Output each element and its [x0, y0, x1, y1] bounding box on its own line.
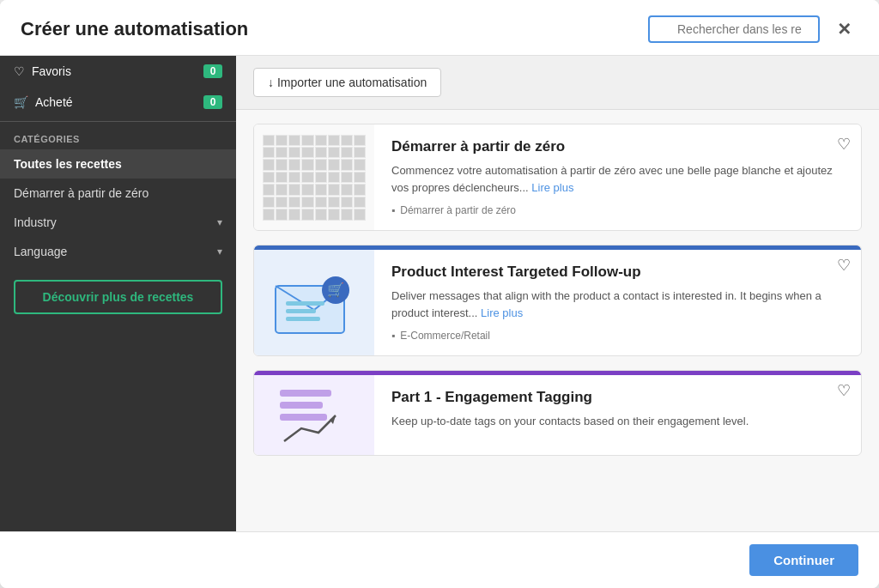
discover-more-button[interactable]: Découvrir plus de recettes: [14, 280, 222, 314]
favorite-button[interactable]: ♡: [837, 256, 851, 275]
heart-icon: ♡: [14, 64, 25, 78]
industry-label: Industry: [14, 215, 57, 229]
card-tag-label: Démarrer à partir de zéro: [400, 204, 516, 216]
main-content: ↓ Importer une automatisation // Grid ce…: [236, 56, 879, 531]
card-thumbnail-engagement: [254, 375, 374, 455]
svg-rect-5: [286, 301, 324, 306]
modal-title: Créer une automatisation: [21, 18, 248, 40]
card-thumbnail-scratch: // Grid cells rendered inline below: [254, 124, 374, 230]
search-wrapper: [648, 15, 820, 43]
product-thumbnail-svg: 🛒: [267, 260, 361, 346]
read-more-link[interactable]: Lire plus: [531, 181, 573, 194]
card-tag-label: E-Commerce/Retail: [400, 330, 490, 342]
start-from-scratch-label: Démarrer à partir de zéro: [14, 186, 149, 200]
sidebar-purchased-left: 🛒 Acheté: [14, 95, 73, 109]
continue-button[interactable]: Continuer: [749, 544, 858, 576]
sidebar-purchased-label: Acheté: [35, 95, 73, 109]
modal-header: Créer une automatisation ✕: [0, 0, 879, 56]
table-row: // Grid cells rendered inline below Déma…: [253, 124, 862, 231]
svg-text:🛒: 🛒: [327, 282, 344, 298]
card-info-engagement: Part 1 - Engagement Tagging Keep up-to-d…: [374, 375, 861, 455]
svg-rect-7: [286, 317, 320, 321]
table-row: 🛒 Product Interest Targeted Follow-up De…: [253, 245, 862, 356]
card-tag: ▪ E-Commerce/Retail: [391, 330, 844, 342]
grid-thumbnail: // Grid cells rendered inline below: [263, 135, 366, 221]
svg-rect-6: [286, 309, 316, 313]
read-more-link[interactable]: Lire plus: [481, 306, 523, 319]
import-automation-button[interactable]: ↓ Importer une automatisation: [253, 68, 441, 97]
search-input[interactable]: [648, 15, 820, 43]
card-top-bar: [254, 246, 861, 250]
sidebar-item-favorites[interactable]: ♡ Favoris 0: [0, 56, 236, 87]
engagement-thumbnail-svg: [271, 381, 357, 450]
svg-marker-13: [330, 415, 336, 424]
favorite-button[interactable]: ♡: [837, 381, 851, 400]
sidebar-favorites-label: Favoris: [32, 64, 71, 78]
card-tag: ▪ Démarrer à partir de zéro: [391, 204, 844, 216]
all-recipes-label: Toutes les recettes: [14, 157, 122, 171]
purchased-badge: 0: [203, 95, 222, 109]
header-right: ✕: [648, 15, 858, 43]
import-bar: ↓ Importer une automatisation: [236, 56, 879, 110]
card-title: Product Interest Targeted Follow-up: [391, 264, 844, 281]
cards-list: // Grid cells rendered inline below Déma…: [236, 110, 879, 483]
modal-container: Créer une automatisation ✕ ♡ Fav: [0, 0, 879, 588]
sidebar-item-purchased[interactable]: 🛒 Acheté 0: [0, 87, 236, 118]
card-title: Démarrer à partir de zéro: [391, 138, 844, 155]
chevron-down-icon: ▾: [217, 216, 222, 228]
card-top-bar-engagement: [254, 371, 861, 375]
close-button[interactable]: ✕: [830, 15, 858, 43]
card-thumbnail-product: 🛒: [254, 250, 374, 355]
sidebar-divider: [0, 121, 236, 122]
table-row: Part 1 - Engagement Tagging Keep up-to-d…: [253, 370, 862, 456]
favorite-button[interactable]: ♡: [837, 135, 851, 154]
language-label: Language: [14, 245, 67, 258]
card-description: Commencez votre automatisation à partir …: [391, 162, 844, 196]
favorites-badge: 0: [203, 64, 222, 78]
sidebar-item-start-from-scratch[interactable]: Démarrer à partir de zéro: [0, 179, 236, 208]
sidebar-item-language[interactable]: Language ▾: [0, 237, 236, 266]
cart-icon: 🛒: [14, 95, 28, 109]
card-title: Part 1 - Engagement Tagging: [391, 389, 844, 406]
modal-body: ♡ Favoris 0 🛒 Acheté 0 CATÉGORIES Toutes…: [0, 56, 879, 531]
svg-rect-10: [280, 390, 331, 397]
svg-rect-11: [280, 402, 323, 409]
sidebar-favorites-left: ♡ Favoris: [14, 64, 71, 78]
modal-footer: Continuer: [0, 531, 879, 588]
sidebar-item-all-recipes[interactable]: Toutes les recettes: [0, 149, 236, 179]
card-description: Keep up-to-date tags on your contacts ba…: [391, 413, 844, 430]
svg-rect-12: [280, 414, 327, 421]
sidebar-item-industry[interactable]: Industry ▾: [0, 208, 236, 237]
chevron-down-icon-lang: ▾: [217, 246, 222, 258]
tag-icon: ▪: [391, 204, 395, 216]
sidebar: ♡ Favoris 0 🛒 Acheté 0 CATÉGORIES Toutes…: [0, 56, 236, 531]
categories-label: CATÉGORIES: [0, 125, 236, 149]
card-info-product: Product Interest Targeted Follow-up Deli…: [374, 250, 861, 355]
card-description: Deliver messages that align with the pro…: [391, 288, 844, 321]
tag-icon: ▪: [391, 330, 395, 342]
card-info-scratch: Démarrer à partir de zéro Commencez votr…: [374, 124, 861, 230]
